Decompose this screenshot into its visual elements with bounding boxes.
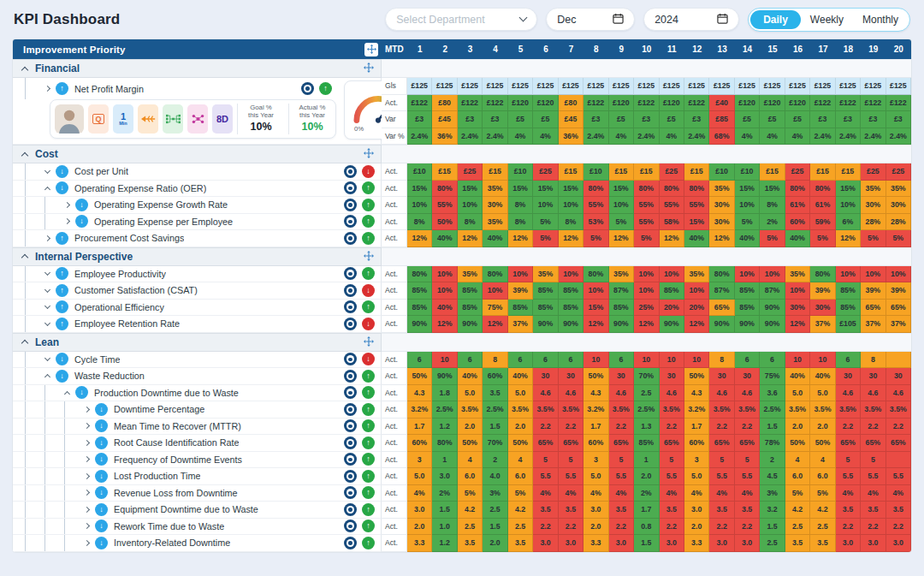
day-cell: 60%	[684, 435, 709, 452]
collapse-chevron[interactable]	[21, 151, 28, 158]
target-icon[interactable]	[344, 503, 357, 516]
kpi-row[interactable]: ↓Frequency of Downtime Events↑	[13, 452, 382, 469]
kpi-row[interactable]: ↓Downtime Percentage↑	[13, 401, 382, 419]
target-icon[interactable]	[344, 353, 357, 365]
section-header-internal-perspective[interactable]: Internal Perspective	[13, 247, 382, 266]
kpi-row[interactable]: ↑Net Profit Margin↑	[22, 78, 338, 99]
expand-chevron[interactable]	[44, 374, 50, 380]
target-icon[interactable]	[344, 486, 357, 499]
collapse-chevron[interactable]	[21, 340, 28, 347]
target-icon[interactable]	[344, 300, 357, 313]
section-header-lean[interactable]: Lean	[13, 333, 382, 352]
day-cell: £122	[458, 95, 483, 112]
target-icon[interactable]	[344, 215, 357, 228]
move-icon[interactable]	[364, 335, 374, 350]
kpi-row[interactable]: ↓Waste Reduction↑	[13, 368, 382, 385]
kpi-row[interactable]: ↓Operating Expense Ratio (OER)↑	[13, 181, 382, 198]
fishbone-icon[interactable]	[138, 104, 158, 134]
move-icon[interactable]	[364, 146, 374, 162]
kpi-row[interactable]: ↑Customer Satisfaction (CSAT)↓	[13, 282, 382, 300]
cluster-diagram-icon[interactable]	[187, 104, 208, 134]
kpi-row[interactable]: ↓Operating Expense per Employee↑	[13, 214, 382, 231]
kpi-row[interactable]: ↓Inventory-Related Downtime↑	[13, 535, 382, 552]
expand-chevron[interactable]	[64, 218, 70, 224]
kpi-row[interactable]: ↑Procurement Cost Savings↑	[13, 230, 382, 247]
target-icon[interactable]	[301, 82, 314, 95]
expand-chevron[interactable]	[44, 187, 50, 193]
expand-chevron[interactable]	[44, 303, 50, 309]
target-icon[interactable]	[344, 520, 357, 532]
expand-chevron[interactable]	[84, 423, 90, 429]
target-icon[interactable]	[344, 403, 357, 416]
expand-chevron[interactable]	[84, 440, 90, 446]
kpi-row[interactable]: ↓Operating Expense Growth Rate↑	[13, 197, 382, 214]
collapse-chevron[interactable]	[21, 254, 28, 261]
row-type-label: Act.	[382, 485, 407, 502]
kpi-row[interactable]: ↓Cycle Time↓	[13, 352, 382, 369]
kpi-row[interactable]: ↓Cost per Unit↓	[13, 163, 382, 181]
move-icon[interactable]	[364, 249, 374, 264]
target-icon[interactable]	[344, 165, 357, 178]
kpi-row[interactable]: ↓Root Cause Identification Rate↑	[13, 435, 382, 452]
section-header-financial[interactable]: Financial	[13, 59, 382, 78]
expand-chevron[interactable]	[84, 473, 90, 479]
kpi-row[interactable]: ↑Employee Productivity↑	[13, 266, 382, 283]
tab-daily[interactable]: Daily	[750, 10, 801, 29]
target-icon[interactable]	[344, 470, 357, 483]
expand-chevron[interactable]	[84, 507, 90, 513]
department-select[interactable]: Select Department	[385, 8, 537, 31]
kpi-row[interactable]: ↓Lost Production Time↑	[13, 468, 382, 485]
process-tree-icon[interactable]	[163, 104, 183, 134]
target-icon[interactable]	[344, 419, 357, 432]
target-icon[interactable]	[344, 318, 357, 330]
day-columns: 1234567891011121314151617181920	[407, 39, 911, 59]
kpi-row[interactable]: ↓Revenue Loss from Downtime↑	[13, 485, 382, 502]
target-icon[interactable]	[344, 284, 357, 297]
target-icon[interactable]	[344, 453, 357, 466]
move-icon[interactable]	[364, 61, 374, 76]
kpi-row[interactable]: ↓Rework Time due to Waste↑	[13, 519, 382, 536]
kpi-row[interactable]: ↑Operational Efficiency↑	[13, 300, 382, 317]
month-picker[interactable]: Dec	[546, 8, 635, 31]
expand-chevron[interactable]	[64, 391, 70, 397]
target-icon[interactable]	[344, 199, 357, 211]
day-cell: 3.5%	[861, 401, 886, 419]
collapse-chevron[interactable]	[21, 66, 28, 73]
year-picker[interactable]: 2024	[643, 8, 739, 31]
expand-chevron[interactable]	[44, 270, 50, 276]
tab-weekly[interactable]: Weekly	[801, 11, 853, 28]
status-icon: ↓	[362, 353, 375, 365]
day-cell: 65%	[836, 435, 861, 452]
expand-chevron[interactable]	[84, 407, 90, 413]
day-cell: £5	[533, 111, 558, 128]
expand-chevron[interactable]	[44, 320, 50, 326]
target-icon[interactable]	[344, 436, 357, 449]
expand-chevron[interactable]	[64, 202, 70, 208]
target-icon[interactable]	[344, 370, 357, 383]
kpi-row[interactable]: ↑Employee Retention Rate↓	[13, 316, 382, 333]
one-minute-icon[interactable]: 1Min	[113, 104, 133, 134]
quality-check-icon[interactable]: Q	[88, 104, 109, 134]
target-icon[interactable]	[344, 537, 357, 549]
expand-chevron[interactable]	[44, 355, 50, 361]
expand-chevron[interactable]	[84, 490, 90, 496]
target-icon[interactable]	[344, 386, 357, 399]
eight-d-icon[interactable]: 8D	[212, 104, 233, 134]
kpi-row[interactable]: ↓Production Downtime due to Waste↑	[13, 385, 382, 402]
expand-chevron[interactable]	[44, 168, 50, 174]
expand-chevron[interactable]	[84, 456, 90, 462]
kpi-row[interactable]: ↓Mean Time to Recover (MTTR)↑	[13, 419, 382, 436]
target-icon[interactable]	[344, 232, 357, 245]
avatar[interactable]	[55, 104, 84, 134]
kpi-row[interactable]: ↓Equipment Downtime due to Waste↑	[13, 502, 382, 519]
expand-chevron[interactable]	[84, 540, 90, 546]
target-icon[interactable]	[344, 267, 357, 280]
target-icon[interactable]	[344, 181, 357, 194]
expand-chevron[interactable]	[44, 86, 50, 92]
expand-chevron[interactable]	[84, 523, 90, 529]
section-header-cost[interactable]: Cost	[13, 145, 382, 163]
expand-chevron[interactable]	[44, 235, 50, 241]
tab-monthly[interactable]: Monthly	[853, 11, 908, 28]
expand-chevron[interactable]	[44, 287, 50, 293]
move-icon[interactable]	[364, 43, 378, 56]
